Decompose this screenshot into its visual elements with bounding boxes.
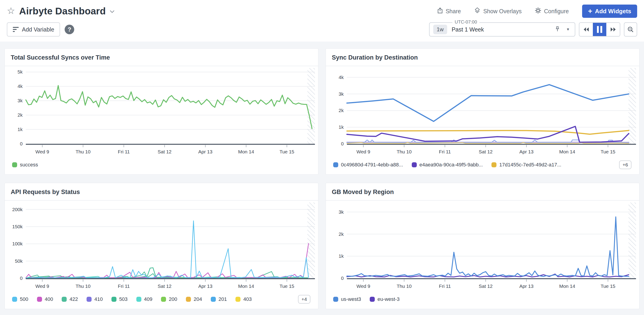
legend-item[interactable]: 422 (62, 296, 78, 302)
svg-text:3k: 3k (339, 209, 344, 215)
chart-svg: 050k100k150k200kWed 9Thu 10Fri 11Sat 12A… (5, 201, 318, 292)
legend-label: 500 (20, 296, 28, 302)
svg-text:2k: 2k (339, 108, 344, 113)
favorite-star-icon[interactable]: ☆ (7, 6, 15, 15)
top-header: ☆ Airbyte Dashboard Share Show Overlays (0, 0, 644, 20)
svg-text:100k: 100k (12, 241, 22, 246)
chart-svg: 01k2k3k4kWed 9Thu 10Fri 11Sat 12Apr 13Mo… (326, 66, 639, 157)
svg-text:1k: 1k (339, 124, 344, 130)
legend-item[interactable]: 400 (37, 296, 53, 302)
legend-label: 17d1455c-7ed5-49d2-a17... (499, 162, 561, 168)
legend-item[interactable]: 503 (112, 296, 128, 302)
time-forward-button[interactable] (606, 23, 620, 36)
title-group: ☆ Airbyte Dashboard (7, 6, 114, 17)
share-icon (437, 7, 443, 15)
svg-text:2k: 2k (339, 232, 344, 237)
widget-header: API Requests by Status (5, 183, 318, 201)
chart-gb-moved[interactable]: 01k2k3kWed 9Thu 10Fri 11Sat 12Apr 13Mon … (326, 201, 639, 292)
legend-more-badge[interactable]: +4 (298, 295, 310, 304)
legend-label: success (20, 162, 38, 168)
legend-color-chip (37, 297, 42, 302)
svg-text:Sat 12: Sat 12 (158, 149, 172, 154)
legend-more-badge[interactable]: +6 (619, 160, 632, 169)
legend-color-chip (236, 297, 240, 302)
add-widgets-button[interactable]: + Add Widgets (582, 4, 637, 18)
add-widgets-label: Add Widgets (595, 8, 631, 15)
time-pause-button[interactable] (593, 23, 606, 36)
legend-color-chip (211, 297, 216, 302)
legend-label: 409 (144, 296, 152, 302)
legend-label: 422 (70, 296, 78, 302)
legend-item[interactable]: 403 (236, 296, 252, 302)
legend-item[interactable]: 17d1455c-7ed5-49d2-a17... (492, 162, 561, 168)
svg-text:0: 0 (341, 276, 344, 281)
legend-color-chip (333, 162, 338, 167)
legend-item[interactable]: 201 (211, 296, 227, 302)
chart-svg: 01k2k3k4k5kWed 9Thu 10Fri 11Sat 12Apr 13… (5, 66, 318, 157)
time-nav-group (579, 22, 620, 36)
svg-text:150k: 150k (12, 224, 22, 229)
time-range-chip[interactable]: 1w (433, 25, 447, 34)
legend-item[interactable]: us-west3 (333, 296, 361, 302)
svg-text:Sat 12: Sat 12 (158, 284, 172, 289)
legend-color-chip (112, 297, 116, 302)
legend-item[interactable]: 200 (161, 296, 177, 302)
legend-item[interactable]: 500 (12, 296, 28, 302)
pause-icon (597, 26, 602, 33)
add-variable-button[interactable]: Add Variable (7, 22, 60, 36)
legend-color-chip (412, 162, 417, 167)
show-overlays-button[interactable]: Show Overlays (474, 7, 522, 15)
widget-api-requests: API Requests by Status 050k100k150k200kW… (4, 183, 318, 309)
widget-title: GB Moved by Region (332, 189, 633, 196)
legend: us-west3eu-west-3 (326, 292, 639, 309)
legend-color-chip (12, 162, 17, 167)
toolbar-right: UTC-07:00 1w Past 1 Week ▼ (429, 22, 637, 36)
svg-text:Mon 14: Mon 14 (559, 149, 575, 154)
page-title: Airbyte Dashboard (19, 6, 106, 17)
svg-text:Tue 15: Tue 15 (280, 284, 294, 289)
legend-label: 0c49680d-4791-4ebb-a88... (341, 162, 403, 168)
zoom-out-button[interactable] (624, 22, 637, 36)
legend-item[interactable]: success (12, 162, 38, 168)
time-backward-button[interactable] (579, 23, 593, 36)
gear-icon (535, 7, 541, 15)
legend-item[interactable]: e4aea90a-90ca-49f5-9abb... (412, 162, 483, 168)
legend-color-chip (333, 297, 338, 302)
header-actions: Share Show Overlays (437, 4, 637, 18)
svg-text:Fri 11: Fri 11 (439, 149, 451, 154)
svg-text:Fri 11: Fri 11 (118, 284, 130, 289)
legend-label: 201 (218, 296, 227, 302)
time-caret-down-icon[interactable]: ▼ (566, 27, 570, 31)
svg-text:3k: 3k (18, 98, 23, 103)
configure-label: Configure (544, 8, 569, 14)
share-button[interactable]: Share (437, 7, 461, 15)
legend-item[interactable]: 410 (86, 296, 103, 302)
timebox-icons: ▼ (555, 26, 571, 33)
pin-icon[interactable] (555, 26, 560, 33)
legend-item[interactable]: eu-west-3 (370, 296, 400, 302)
chart-api-requests[interactable]: 050k100k150k200kWed 9Thu 10Fri 11Sat 12A… (5, 201, 318, 292)
chart-total-successful-syncs[interactable]: 01k2k3k4k5kWed 9Thu 10Fri 11Sat 12Apr 13… (5, 66, 318, 157)
legend-label: 200 (169, 296, 177, 302)
legend-item[interactable]: 204 (186, 296, 202, 302)
chart-sync-duration[interactable]: 01k2k3k4kWed 9Thu 10Fri 11Sat 12Apr 13Mo… (326, 66, 639, 157)
legend-color-chip (370, 297, 375, 302)
svg-text:0: 0 (20, 276, 22, 281)
time-range-picker[interactable]: UTC-07:00 1w Past 1 Week ▼ (429, 22, 575, 36)
show-overlays-label: Show Overlays (483, 8, 522, 14)
legend-label: 403 (243, 296, 252, 302)
help-icon[interactable]: ? (65, 25, 74, 34)
svg-text:Thu 10: Thu 10 (76, 284, 90, 289)
share-label: Share (446, 8, 461, 14)
widget-header: Total Successful Syncs over Time (5, 49, 318, 66)
toolbar: Add Variable ? UTC-07:00 1w Past 1 Week … (0, 20, 644, 41)
legend-label: eu-west-3 (378, 296, 400, 302)
legend-item[interactable]: 409 (136, 296, 152, 302)
configure-button[interactable]: Configure (535, 7, 569, 15)
svg-text:50k: 50k (15, 258, 22, 264)
filter-icon (13, 27, 19, 32)
legend-color-chip (12, 297, 17, 302)
legend-item[interactable]: 0c49680d-4791-4ebb-a88... (333, 162, 403, 168)
title-chevron-down-icon[interactable] (110, 10, 114, 14)
legend: success (5, 157, 318, 174)
